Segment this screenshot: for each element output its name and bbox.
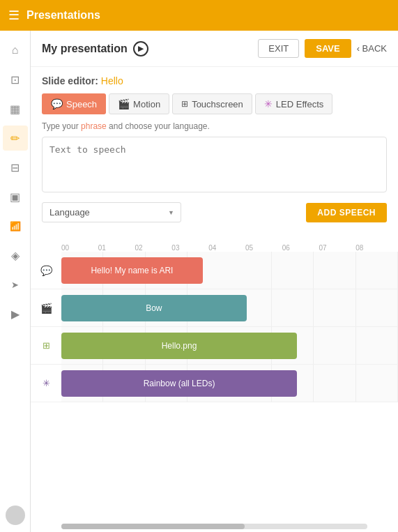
add-speech-button[interactable]: ADD SPEECH bbox=[306, 203, 387, 222]
timeline-ruler: 00 01 02 03 04 05 06 07 08 bbox=[31, 235, 398, 252]
speech-textarea[interactable] bbox=[42, 137, 387, 192]
ruler-tick-6: 06 bbox=[282, 244, 319, 252]
timeline-scrollbar-thumb bbox=[61, 524, 245, 529]
speech-form: Type your phrase and choose your languag… bbox=[42, 121, 387, 229]
ruler-tick-5: 05 bbox=[245, 244, 282, 252]
track-area-led[interactable]: Rainbow (all LEDs) bbox=[61, 365, 398, 402]
track-block-speech[interactable]: Hello! My name is ARI bbox=[61, 257, 203, 284]
sidebar-item-pointer[interactable]: ◈ bbox=[3, 243, 28, 268]
track-area-speech[interactable]: Hello! My name is ARI bbox=[61, 252, 398, 289]
ruler-tick-2: 02 bbox=[135, 244, 172, 252]
hamburger-menu-icon[interactable]: ☰ bbox=[8, 8, 20, 23]
avatar bbox=[6, 506, 25, 525]
app-title: Presentations bbox=[26, 9, 100, 22]
tab-touchscreen-label: Touchscreen bbox=[192, 99, 243, 109]
sidebar-item-video[interactable]: ▶ bbox=[3, 301, 28, 326]
back-link[interactable]: ‹ BACK bbox=[357, 43, 387, 54]
sidebar: ⌂ ⊡ ▦ ✏ ⊟ ▣ 📶 ◈ ➤ ▶ bbox=[0, 31, 31, 532]
language-row: Language ADD SPEECH bbox=[42, 202, 387, 222]
motion-tab-icon: 🎬 bbox=[118, 98, 130, 109]
ruler-tick-3: 03 bbox=[171, 244, 208, 252]
track-area-motion[interactable]: Bow bbox=[61, 289, 398, 326]
ruler-tick-4: 04 bbox=[208, 244, 245, 252]
tab-speech[interactable]: 💬 Speech bbox=[42, 93, 106, 114]
led-tab-icon: ✳ bbox=[264, 98, 273, 109]
tab-touchscreen[interactable]: ⊞ Touchscreen bbox=[172, 93, 252, 114]
header-buttons: EXIT SAVE ‹ BACK bbox=[258, 39, 387, 58]
content-header: My presentation ▶ EXIT SAVE ‹ BACK bbox=[31, 31, 398, 67]
sidebar-item-calendar[interactable]: ▦ bbox=[3, 96, 28, 121]
track-icon-image: ⊞ bbox=[31, 340, 61, 351]
slide-name-value: Hello bbox=[101, 75, 123, 86]
track-icon-motion: 🎬 bbox=[31, 303, 61, 314]
ruler-tick-0: 00 bbox=[61, 244, 98, 252]
timeline-tracks: 💬 Hello! My name is ARI 🎬 Bow ⊞ H bbox=[31, 252, 398, 521]
sidebar-item-slides[interactable]: ⊡ bbox=[3, 67, 28, 92]
ruler-tick-8: 08 bbox=[355, 244, 392, 252]
tab-speech-label: Speech bbox=[66, 99, 97, 109]
sidebar-item-edit[interactable]: ✏ bbox=[3, 126, 28, 151]
slide-editor-label: Slide editor: bbox=[42, 75, 98, 86]
language-select-wrapper: Language bbox=[42, 202, 181, 222]
tab-led-label: LED Effects bbox=[276, 99, 323, 109]
track-row-motion: 🎬 Bow bbox=[31, 289, 398, 327]
track-block-led[interactable]: Rainbow (all LEDs) bbox=[61, 370, 297, 397]
presentation-title: My presentation ▶ bbox=[42, 41, 148, 56]
speech-tab-icon: 💬 bbox=[51, 98, 63, 109]
tab-led[interactable]: ✳ LED Effects bbox=[255, 93, 332, 114]
tab-motion[interactable]: 🎬 Motion bbox=[109, 93, 169, 114]
timeline-section: 00 01 02 03 04 05 06 07 08 💬 Hello! My n… bbox=[31, 235, 398, 532]
track-row-image: ⊞ Hello.png bbox=[31, 327, 398, 365]
track-icon-led: ✳ bbox=[31, 378, 61, 388]
speech-hint-highlight: phrase bbox=[81, 121, 107, 131]
sidebar-item-wifi[interactable]: 📶 bbox=[3, 213, 28, 238]
exit-button[interactable]: EXIT bbox=[258, 39, 299, 58]
save-button[interactable]: SAVE bbox=[305, 39, 351, 58]
track-block-motion[interactable]: Bow bbox=[61, 295, 247, 321]
track-block-image[interactable]: Hello.png bbox=[61, 333, 297, 359]
touchscreen-tab-icon: ⊞ bbox=[181, 99, 188, 109]
track-row-led: ✳ Rainbow (all LEDs) bbox=[31, 365, 398, 402]
slide-editor-title: Slide editor: Hello bbox=[42, 75, 387, 86]
content-area: My presentation ▶ EXIT SAVE ‹ BACK Slide… bbox=[31, 31, 398, 532]
timeline-scrollbar[interactable] bbox=[61, 524, 367, 529]
sidebar-item-table[interactable]: ⊟ bbox=[3, 155, 28, 180]
presentation-name-label: My presentation bbox=[42, 43, 128, 55]
sidebar-item-chart[interactable]: ▣ bbox=[3, 184, 28, 209]
language-select[interactable]: Language bbox=[42, 202, 181, 222]
speech-hint: Type your phrase and choose your languag… bbox=[42, 121, 387, 131]
tabs-container: 💬 Speech 🎬 Motion ⊞ Touchscreen ✳ LED Ef… bbox=[42, 93, 387, 114]
sidebar-item-navigation[interactable]: ➤ bbox=[3, 272, 28, 297]
slide-editor: Slide editor: Hello 💬 Speech 🎬 Motion ⊞ … bbox=[31, 67, 398, 235]
play-icon[interactable]: ▶ bbox=[133, 41, 148, 56]
ruler-tick-7: 07 bbox=[319, 244, 355, 252]
tab-motion-label: Motion bbox=[133, 99, 160, 109]
track-row-speech: 💬 Hello! My name is ARI bbox=[31, 252, 398, 289]
sidebar-item-home[interactable]: ⌂ bbox=[3, 38, 28, 63]
track-area-image[interactable]: Hello.png bbox=[61, 327, 398, 364]
track-icon-speech: 💬 bbox=[31, 265, 61, 276]
ruler-tick-1: 01 bbox=[98, 244, 135, 252]
